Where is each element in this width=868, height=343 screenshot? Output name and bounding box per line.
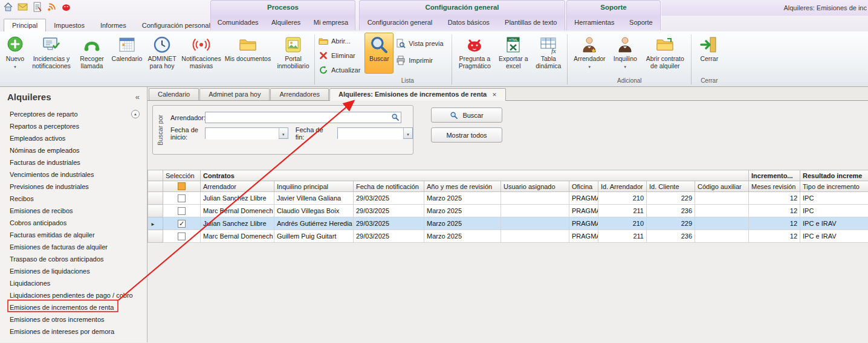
tasks-icon[interactable] [32, 2, 42, 12]
sidebar-item-previsiones-de-industriales[interactable]: Previsiones de industriales [0, 181, 147, 193]
row-select-cell[interactable] [163, 230, 201, 243]
tab-impuestos[interactable]: Impuestos [46, 19, 92, 31]
cell-oficina[interactable]: PRAGMA [569, 192, 598, 205]
collapse-group-icon[interactable] [131, 110, 140, 118]
column-header-tipo-incremento[interactable]: Tipo de incremento [800, 181, 868, 192]
subtab-alquileres[interactable]: Alquileres [268, 18, 304, 27]
sidebar-item-emisiones-de-incrementos-de-renta[interactable]: Emisiones de incrementos de renta [0, 301, 147, 313]
cell-inquilino[interactable]: Claudio Villegas Boix [274, 205, 354, 217]
cell-meses-revision[interactable]: 12 [749, 217, 800, 230]
arrendador-search-input[interactable] [205, 112, 401, 123]
cell-fecha-notificacion[interactable]: 29/03/2025 [354, 230, 424, 243]
subtab-configuracion-general[interactable]: Configuración general [364, 18, 436, 27]
doctab-arrendadores[interactable]: Arrendadores [270, 88, 329, 100]
cell-id-arrendador[interactable]: 210 [598, 192, 647, 205]
cell-usuario-asignado[interactable] [501, 192, 569, 205]
column-header-oficina[interactable]: Oficina [569, 181, 598, 192]
cell-ano-mes-revision[interactable]: Marzo 2025 [424, 217, 501, 230]
sidebar-item-emisiones-de-intereses-por-demora[interactable]: Emisiones de intereses por demora [0, 325, 147, 338]
incidencias-button[interactable]: Incidencias y notificaciones [29, 33, 74, 74]
cell-inquilino[interactable]: Guillem Puig Guitart [274, 230, 354, 243]
cell-meses-revision[interactable]: 12 [749, 205, 800, 217]
doctab-emisiones-incrementos[interactable]: Alquileres: Emisiones de incrementos de … [329, 88, 506, 101]
cell-ano-mes-revision[interactable]: Marzo 2025 [424, 230, 501, 243]
cell-codigo-auxiliar[interactable] [695, 217, 749, 230]
adminet-hoy-button[interactable]: ADMINET para hoy [144, 33, 180, 74]
cell-ano-mes-revision[interactable]: Marzo 2025 [424, 205, 501, 217]
cell-codigo-auxiliar[interactable] [695, 192, 749, 205]
exportar-excel-button[interactable]: HTML Exportar a excel [496, 33, 531, 74]
sidebar-item-facturas-de-industriales[interactable]: Facturas de industriales [0, 156, 147, 168]
sidebar-item-facturas-emitidas-de-alquiler[interactable]: Facturas emitidas de alquiler [0, 229, 147, 241]
cell-oficina[interactable]: PRAGMA [569, 205, 598, 217]
tab-configuracion-personal[interactable]: Configuración personal [134, 19, 218, 31]
fecha-fin-combo[interactable] [337, 127, 413, 139]
nuevo-button[interactable]: Nuevo [1, 33, 29, 74]
pragmatico-icon[interactable] [61, 2, 71, 12]
column-header-meses-revision[interactable]: Meses revisión [749, 181, 800, 192]
cell-arrendador[interactable]: Marc Bernal Domenech [201, 205, 274, 217]
cell-inquilino[interactable]: Javier Villena Galiana [274, 192, 354, 205]
mail-icon[interactable] [18, 2, 28, 12]
subtab-herramientas[interactable]: Herramientas [571, 18, 618, 27]
cell-fecha-notificacion[interactable]: 29/03/2025 [354, 205, 424, 217]
arrendador-button[interactable]: Arrendador [571, 33, 608, 74]
cell-id-cliente[interactable]: 229 [647, 217, 695, 230]
fecha-inicio-combo[interactable] [205, 127, 288, 139]
cell-id-arrendador[interactable]: 210 [598, 217, 647, 230]
tab-principal[interactable]: Principal [4, 19, 46, 31]
column-header-id-cliente[interactable]: Id. Cliente [647, 181, 695, 192]
doctab-adminet-para-hoy[interactable]: Adminet para hoy [199, 88, 270, 100]
subtab-mi-empresa[interactable]: Mi empresa [310, 18, 352, 27]
sidebar-item-liquidaciones-pendientes[interactable]: Liquidaciones pendientes de pago / cobro [0, 289, 147, 301]
pregunta-pragmatico-button[interactable]: Pregunta a Pragmático [453, 33, 496, 74]
mis-documentos-button[interactable]: Mis documentos [222, 33, 273, 74]
sidebar-item-emisiones-de-liquidaciones[interactable]: Emisiones de liquidaciones [0, 265, 147, 277]
row-select-cell[interactable] [163, 205, 201, 217]
cell-usuario-asignado[interactable] [501, 217, 569, 230]
recoger-llamada-button[interactable]: Recoger llamada [74, 33, 110, 74]
cell-meses-revision[interactable]: 12 [749, 192, 800, 205]
subtab-soporte[interactable]: Soporte [626, 18, 656, 27]
cell-inquilino[interactable]: Andrés Gutiérrez Heredia [274, 217, 354, 230]
notificaciones-masivas-button[interactable]: Notificaciones masivas [180, 33, 222, 74]
table-row[interactable]: Marc Bernal Domenech Claudio Villegas Bo… [148, 205, 868, 217]
mostrar-todos-button[interactable]: Mostrar todos [431, 127, 502, 143]
inquilino-button[interactable]: Inquilino [608, 33, 642, 74]
column-header-fecha-notificacion[interactable]: Fecha de notificación [354, 181, 424, 192]
eliminar-button[interactable]: Eliminar [316, 50, 360, 62]
row-checkbox[interactable] [178, 232, 186, 240]
cell-codigo-auxiliar[interactable] [695, 205, 749, 217]
sidebar-item-emisiones-de-facturas-de-alquiler[interactable]: Emisiones de facturas de alquiler [0, 241, 147, 253]
table-row[interactable]: Julian Sanchez Llibre Javier Villena Gal… [148, 192, 868, 205]
abrir-contrato-button[interactable]: Abrir contrato de alquiler [642, 33, 688, 74]
cell-id-cliente[interactable]: 236 [647, 230, 695, 243]
cell-tipo-incremento[interactable]: IPC e IRAV [800, 230, 868, 243]
column-header-id-arrendador[interactable]: Id. Arrendador [598, 181, 647, 192]
row-select-cell[interactable] [163, 217, 201, 230]
resultado-group-header[interactable]: Resultado increme [800, 170, 868, 181]
cell-usuario-asignado[interactable] [501, 205, 569, 217]
imprimir-button[interactable]: Imprimir [394, 54, 437, 66]
cell-oficina[interactable]: PRAGMA [569, 217, 598, 230]
row-select-cell[interactable] [163, 192, 201, 205]
cell-ano-mes-revision[interactable]: Marzo 2025 [424, 192, 501, 205]
sidebar-item-cobros-anticipados[interactable]: Cobros anticipados [0, 217, 147, 229]
tab-informes[interactable]: Informes [92, 19, 134, 31]
fecha-fin-input[interactable] [338, 128, 403, 139]
cell-meses-revision[interactable]: 12 [749, 230, 800, 243]
sidebar-item-recibos[interactable]: Recibos [0, 193, 147, 205]
table-row[interactable]: Marc Bernal Domenech Guillem Puig Guitar… [148, 230, 868, 243]
cell-tipo-incremento[interactable]: IPC e IRAV [800, 217, 868, 230]
actualizar-button[interactable]: Actualizar [316, 64, 364, 76]
column-header-arrendador[interactable]: Arrendador [201, 181, 274, 192]
sidebar-item-emisiones-de-otros-incrementos[interactable]: Emisiones de otros incrementos [0, 313, 147, 325]
sidebar-item-perceptores-de-reparto[interactable]: Perceptores de reparto [0, 108, 147, 120]
row-checkbox-checked[interactable] [178, 220, 186, 228]
date-dropdown-button[interactable] [403, 128, 412, 138]
contratos-group-header[interactable]: Contratos [201, 170, 749, 181]
cell-oficina[interactable]: PRAGMA [569, 230, 598, 243]
portal-inmobiliario-button[interactable]: Portal inmobiliario [273, 33, 313, 74]
calendario-button[interactable]: Calendario [110, 33, 144, 74]
cell-id-arrendador[interactable]: 211 [598, 205, 647, 217]
